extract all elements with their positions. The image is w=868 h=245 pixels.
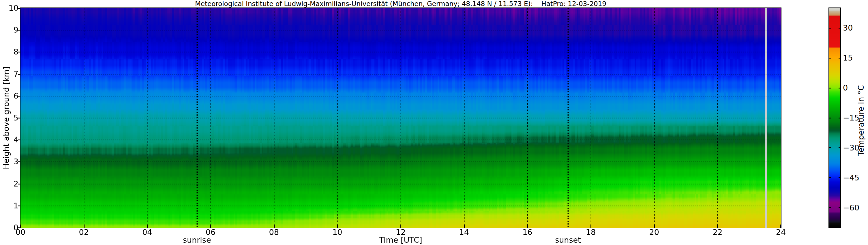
x-tick-label: 16 xyxy=(514,228,540,236)
colorbar-canvas xyxy=(829,8,840,228)
x-tick-label: 02 xyxy=(71,228,97,236)
colorbar-tick-label: −45 xyxy=(843,174,859,182)
y-tick-mark xyxy=(18,184,21,184)
y-tick-mark xyxy=(18,96,21,97)
y-tick-mark xyxy=(18,51,21,53)
colorbar-tick-label: 30 xyxy=(843,24,853,32)
y-tick-label: 9 xyxy=(0,26,19,34)
sunset-annotation: sunset xyxy=(555,236,581,244)
x-tick-label: 12 xyxy=(388,228,414,236)
y-tick-mark xyxy=(18,30,21,31)
y-tick-mark xyxy=(18,162,21,162)
colorbar-tick-label: −60 xyxy=(843,204,859,212)
x-tick-label: 20 xyxy=(641,228,667,236)
y-tick-label: 1 xyxy=(0,202,19,210)
y-tick-label: 10 xyxy=(0,4,19,12)
y-tick-mark xyxy=(18,74,21,75)
x-tick-label: 04 xyxy=(134,228,160,236)
colorbar-label: Temperature in °C xyxy=(857,85,865,155)
y-tick-mark xyxy=(18,140,21,140)
y-tick-mark xyxy=(18,206,21,206)
sunrise-annotation: sunrise xyxy=(183,236,211,244)
y-tick-mark xyxy=(18,8,21,9)
chart-title: Meteorological Institute of Ludwig-Maxim… xyxy=(21,0,781,8)
x-tick-label: 08 xyxy=(261,228,287,236)
heatmap-canvas xyxy=(21,8,781,228)
x-tick-label: 24 xyxy=(768,228,794,236)
y-axis-label: Height above ground [km] xyxy=(2,67,11,169)
y-tick-label: 8 xyxy=(0,48,19,56)
colorbar-tick-label: 0 xyxy=(843,84,848,92)
x-tick-label: 22 xyxy=(705,228,731,236)
x-axis-label: Time [UTC] xyxy=(379,236,422,244)
colorbar-tick-label: 15 xyxy=(843,54,853,62)
y-tick-label: 0 xyxy=(0,224,19,232)
figure: Meteorological Institute of Ludwig-Maxim… xyxy=(0,0,868,245)
x-tick-label: 06 xyxy=(197,228,223,236)
x-tick-label: 10 xyxy=(324,228,350,236)
y-tick-label: 2 xyxy=(0,180,19,188)
x-tick-label: 18 xyxy=(578,228,604,236)
y-tick-mark xyxy=(18,117,21,118)
x-tick-label: 14 xyxy=(451,228,477,236)
y-tick-mark xyxy=(18,228,21,228)
